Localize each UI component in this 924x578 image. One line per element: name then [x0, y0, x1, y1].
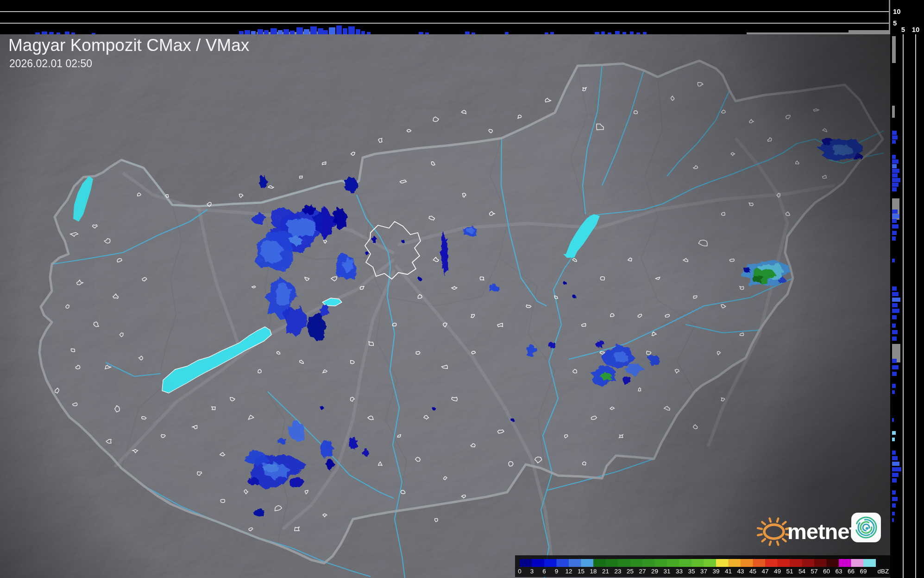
- sun-ray: [758, 528, 762, 529]
- legend-cell: [839, 559, 851, 567]
- legend-tick-label: 41: [725, 568, 732, 575]
- legend-tick-label: 69: [860, 568, 867, 575]
- legend-cell: [520, 559, 532, 567]
- right-histogram-bar: [892, 309, 899, 313]
- legend-tick-label: 23: [614, 568, 621, 575]
- right-histogram-bar: [892, 259, 895, 262]
- right-histogram-bar: [892, 462, 899, 466]
- right-histogram-bar: [892, 390, 895, 394]
- legend-cell: [581, 559, 594, 567]
- right-histogram-bar: [892, 518, 894, 522]
- legend-tick-label: 31: [663, 568, 670, 575]
- top-histogram-bar: [505, 32, 509, 34]
- legend-cell: [814, 559, 827, 567]
- legend-cell: [753, 559, 766, 567]
- legend-tick-label: 66: [848, 568, 855, 575]
- legend-tick-label: 60: [823, 568, 830, 575]
- right-histogram-bar: [892, 231, 897, 235]
- top-histogram-bar: [643, 32, 647, 34]
- top-histogram-bar: [329, 27, 335, 34]
- right-histogram-bar: [892, 438, 895, 441]
- top-histogram-bar: [245, 30, 250, 34]
- legend-cell: [557, 559, 569, 567]
- right-histogram-bar: [892, 478, 897, 483]
- right-histogram-bar: [892, 155, 896, 159]
- radar-composite-page: 10 5 5 10 Magyar Kompozit CMax / VMax 20…: [0, 0, 924, 578]
- top-histogram-bar: [318, 28, 323, 34]
- right-histogram-bar: [892, 131, 897, 135]
- right-histogram-bar: [892, 418, 894, 422]
- top-histogram-bar: [747, 32, 849, 34]
- radar-map-canvas: 10 5 5 10 Magyar Kompozit CMax / VMax 20…: [0, 0, 924, 578]
- legend-tick-label: 49: [774, 568, 781, 575]
- right-histogram-bar: [892, 456, 898, 460]
- top-histogram-bar: [283, 29, 289, 34]
- sun-ray: [770, 541, 771, 545]
- legend-cell: [679, 559, 692, 567]
- legend-cell: [642, 559, 655, 567]
- right-histogram-bar: [892, 503, 896, 508]
- top-histogram-bar: [270, 28, 277, 34]
- right-histogram-bar: [892, 497, 898, 501]
- legend-tick-label: 18: [590, 568, 597, 575]
- legend-tick-label: 3: [530, 568, 534, 575]
- dbz-legend: 0369121518212325272931333537394143454749…: [515, 555, 890, 577]
- right-histogram-bar: [892, 467, 901, 471]
- legend-tick-label: 9: [555, 568, 559, 575]
- legend-tick-label: 63: [835, 568, 842, 575]
- top-histogram-bar: [545, 32, 548, 34]
- right-histogram-bar: [892, 372, 897, 376]
- legend-tick-label: 6: [542, 568, 546, 575]
- top-histogram-bar: [348, 26, 355, 34]
- top-histogram-bar: [323, 30, 328, 34]
- legend-cell: [790, 559, 802, 567]
- top-histogram-bar: [608, 32, 611, 34]
- top-histogram-bar: [595, 32, 599, 34]
- right-histogram-bar: [892, 183, 899, 187]
- top-histogram-bar: [615, 31, 620, 34]
- legend-cell: [606, 559, 618, 567]
- top-histogram-bar: [35, 32, 40, 34]
- legend-tick-label: 29: [651, 568, 658, 575]
- legend-tick-label: 37: [700, 568, 707, 575]
- legend-cell: [863, 559, 876, 567]
- shade-southeast: [0, 0, 924, 578]
- top-profile-strip: [0, 0, 924, 34]
- legend-cell: [532, 559, 545, 567]
- sun-ray: [758, 534, 762, 535]
- top-histogram-bar: [367, 32, 371, 34]
- right-histogram-bar: [892, 298, 900, 302]
- legend-cell: [593, 559, 606, 567]
- legend-tick-label: 33: [676, 568, 683, 575]
- right-histogram-bar: [892, 292, 899, 296]
- top-histogram-bar: [278, 30, 283, 34]
- top-histogram-bar: [92, 33, 95, 34]
- timestamp: 2026.02.01 02:50: [9, 57, 92, 70]
- right-axis-tick-10: 10: [912, 25, 920, 33]
- top-histogram-bar: [343, 28, 347, 34]
- top-histogram-bar: [601, 32, 605, 34]
- right-histogram-bar: [892, 236, 896, 241]
- legend-cell: [802, 559, 815, 567]
- legend-cell: [765, 559, 778, 567]
- legend-tick-label: 27: [639, 568, 646, 575]
- legend-tick-label: 54: [798, 568, 806, 575]
- legend-unit-label: dBZ: [878, 568, 889, 575]
- top-histogram-bar: [65, 32, 69, 34]
- top-histogram-bar: [57, 32, 60, 34]
- right-histogram-bar: [892, 303, 898, 307]
- right-histogram-bar: [892, 330, 898, 334]
- legend-cell: [667, 559, 679, 567]
- legend-tick-label: 39: [712, 568, 719, 575]
- right-histogram-bar: [892, 451, 896, 455]
- swirl-icon: [855, 517, 877, 538]
- top-histogram-bar: [296, 27, 303, 34]
- right-histogram-bar: [892, 490, 896, 495]
- right-histogram-bar: [892, 106, 895, 118]
- legend-cell: [704, 559, 717, 567]
- legend-tick-label: 25: [627, 568, 634, 575]
- right-histogram-bar: [892, 164, 897, 168]
- top-histogram-bar: [849, 30, 889, 34]
- top-histogram-bar: [336, 25, 342, 34]
- legend-tick-label: 51: [786, 568, 793, 575]
